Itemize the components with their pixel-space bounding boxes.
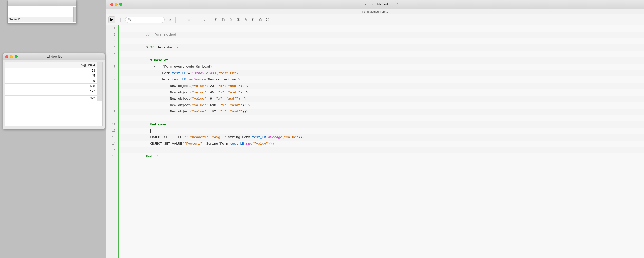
table-btn[interactable]: ⊞ (194, 16, 200, 23)
top-form-titlebar (8, 0, 76, 6)
clipboard-btn-4[interactable]: ⌘ (235, 16, 242, 23)
editor-title: c Form Method: Form1 (124, 2, 640, 6)
data-row: 197 (70, 89, 97, 94)
outdent-btn[interactable]: ≡ (186, 16, 192, 23)
data-row: 23 (70, 68, 97, 73)
toolbar-btn-1: | (117, 16, 124, 23)
data-row: 9 (70, 78, 97, 84)
editor-traffic-lights (110, 3, 122, 6)
code-line-12: OBJECT SET TITLE(*; "Header1"; "Avg: "+S… (119, 128, 644, 134)
clipboard-btn-6[interactable]: ⎗ (250, 16, 256, 23)
line-num: 8 (106, 70, 118, 76)
line-num: 6 (106, 57, 118, 64)
clipboard-group: ⎘ ⎗ ⎙ ⌘ ⎘ ⎗ ⎙ ⌘ (212, 16, 271, 23)
bottom-form-titlebar: window title (3, 53, 104, 60)
line-num: – (106, 89, 118, 96)
code-line-1: // form method (119, 25, 644, 32)
collapse-triangle-if: ▼ (142, 46, 150, 49)
line-num: – (106, 83, 118, 89)
line-num: 5 (106, 51, 118, 57)
keyword-end-if: End if (146, 155, 158, 158)
footer-label: "Footer1" (8, 17, 22, 22)
editor-titlebar: c Form Method: Form1 (106, 0, 644, 9)
code-lines: // form method ▼ If (Form#Null) ▼ Case o… (119, 25, 644, 160)
c-file-icon: c (365, 2, 367, 6)
clipboard-btn-7[interactable]: ⎙ (257, 16, 264, 23)
editor-close-button[interactable] (110, 3, 113, 6)
line-num: 11 (106, 121, 118, 128)
editor-toolbar: ▶ | 🔍 ▼ ≡ ⊢ ≡ ⊞ i ⎘ ⎗ ⎙ ⌘ ⎘ ⎗ ⎙ ⌘ (106, 14, 644, 25)
keyword-if: If (150, 46, 154, 49)
avg-label: Avg: 194.4 (70, 62, 97, 68)
top-form-window: "Footer1" (8, 0, 76, 24)
keyword-end-case: End case (150, 122, 166, 126)
toolbar-separator-2 (210, 17, 210, 23)
line-numbers: 1 2 3 4 5 6 7 8 – – – – – 9 10 11 12 13 … (106, 25, 118, 258)
data-row: 45 (70, 73, 97, 78)
form-window-title: window title (7, 55, 102, 58)
info-btn[interactable]: i (201, 16, 208, 23)
code-content[interactable]: // form method ▼ If (Form#Null) ▼ Case o… (119, 25, 644, 258)
clipboard-btn-2[interactable]: ⎗ (220, 16, 227, 23)
code-line-4 (119, 44, 644, 51)
code-line-3: ▼ If (Form#Null) (119, 38, 644, 44)
line-num: 10 (106, 115, 118, 121)
cursor (150, 129, 150, 133)
code-area: 1 2 3 4 5 6 7 8 – – – – – 9 10 11 12 13 … (106, 25, 644, 258)
line-num: – (106, 96, 118, 102)
editor-subtitle: Form Method: Form1 (106, 9, 644, 14)
clipboard-btn-5[interactable]: ⎘ (242, 16, 249, 23)
editor-panel: c Form Method: Form1 Form Method: Form1 … (106, 0, 644, 258)
code-line-6: ▸ : (Form event code=On Load) (119, 57, 644, 64)
line-num: 4 (106, 44, 118, 51)
clipboard-btn-8[interactable]: ⌘ (264, 16, 271, 23)
run-button[interactable]: ▶ (108, 16, 115, 23)
line-num: 7 (106, 64, 118, 70)
line-num: 3 (106, 38, 118, 44)
collapse-triangle-case: ▼ (142, 58, 154, 62)
indent-btn[interactable]: ⊢ (178, 16, 184, 23)
format-btn[interactable]: ≡ (166, 16, 174, 23)
line-num: – (106, 76, 118, 83)
search-icon: 🔍 (128, 18, 132, 22)
toolbar-separator-1 (176, 17, 176, 23)
code-line-5: ▼ Case of (119, 51, 644, 57)
code-line-2 (119, 32, 644, 38)
clipboard-btn-3[interactable]: ⎙ (227, 16, 234, 23)
left-panel: "Footer1" window title Avg: 194.4 (0, 0, 106, 258)
line-num: 15 (106, 147, 118, 154)
line-num: – (106, 102, 118, 108)
code-line-15: End if (119, 147, 644, 154)
data-row: 698 (70, 84, 97, 89)
line-num: 9 (106, 108, 118, 115)
line-num: 13 (106, 134, 118, 140)
line-num: 1 (106, 25, 118, 32)
data-row (70, 94, 97, 96)
search-input[interactable] (132, 18, 170, 22)
search-box[interactable]: 🔍 ▼ (125, 16, 164, 23)
line-num: 12 (106, 128, 118, 134)
code-line-11 (119, 121, 644, 128)
code-line-10: End case (119, 115, 644, 121)
line-num: 14 (106, 140, 118, 147)
code-line-16 (119, 154, 644, 160)
line-num: 2 (106, 32, 118, 38)
line-num: 16 (106, 154, 118, 160)
bottom-form-window: window title Avg: 194.4 23 45 (2, 53, 105, 130)
keyword-case: Case of (154, 58, 168, 62)
editor-maximize-button[interactable] (119, 3, 122, 6)
editor-minimize-button[interactable] (115, 3, 118, 6)
clipboard-btn-1[interactable]: ⎘ (212, 16, 219, 23)
data-row: 972 (70, 96, 97, 101)
